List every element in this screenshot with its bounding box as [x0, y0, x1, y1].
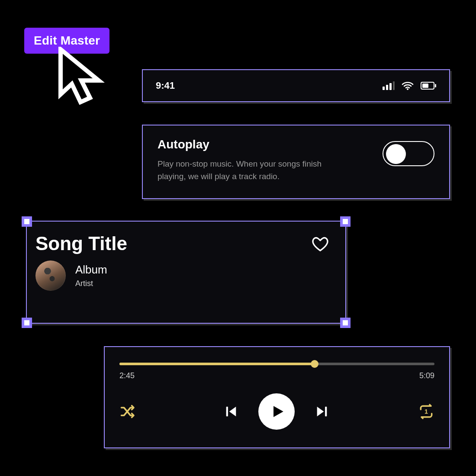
- progress-bar[interactable]: [119, 363, 434, 365]
- favorite-button[interactable]: [312, 235, 329, 253]
- song-card[interactable]: Song Title Album Artist: [26, 221, 346, 324]
- autoplay-setting-panel: Autoplay Play non-stop music. When your …: [142, 125, 450, 199]
- autoplay-title: Autoplay: [158, 138, 348, 151]
- player-panel: 2:45 5:09: [104, 346, 450, 448]
- shuffle-button[interactable]: [119, 404, 135, 419]
- repeat-one-icon: 1: [418, 403, 434, 420]
- shuffle-icon: [119, 404, 135, 419]
- selection-handle-tr[interactable]: [340, 216, 351, 227]
- heart-icon: [312, 235, 329, 253]
- album-name: Album: [75, 263, 107, 277]
- selection-handle-bl[interactable]: [22, 318, 32, 328]
- svg-marker-0: [61, 49, 99, 102]
- selection-handle-tl[interactable]: [22, 216, 32, 227]
- play-button[interactable]: [258, 393, 295, 430]
- battery-icon: [421, 82, 436, 90]
- edit-master-label: Edit Master: [34, 34, 100, 47]
- play-icon: [268, 403, 285, 420]
- autoplay-toggle[interactable]: [383, 141, 434, 166]
- skip-next-icon: [315, 404, 329, 419]
- svg-rect-1: [383, 87, 385, 90]
- progress-handle[interactable]: [311, 360, 318, 368]
- progress-fill: [119, 363, 315, 365]
- svg-rect-2: [386, 85, 388, 90]
- cellular-icon: [383, 81, 395, 90]
- svg-rect-8: [422, 84, 428, 88]
- svg-point-5: [407, 88, 408, 90]
- next-button[interactable]: [315, 404, 329, 419]
- selection-handle-br[interactable]: [340, 318, 351, 328]
- total-time: 5:09: [419, 371, 434, 380]
- status-time: 9:41: [156, 80, 175, 91]
- svg-text:1: 1: [425, 408, 428, 415]
- svg-rect-3: [389, 83, 392, 90]
- svg-rect-7: [435, 84, 436, 87]
- status-bar: 9:41: [142, 69, 450, 102]
- elapsed-time: 2:45: [119, 371, 135, 380]
- song-title: Song Title: [35, 233, 337, 254]
- artist-name: Artist: [75, 279, 107, 288]
- cursor-icon: [52, 47, 108, 112]
- avatar: [35, 261, 66, 291]
- svg-rect-10: [325, 407, 327, 417]
- svg-rect-9: [226, 407, 228, 417]
- toggle-knob: [386, 144, 406, 164]
- autoplay-description: Play non-stop music. When your songs fin…: [158, 158, 348, 183]
- svg-rect-4: [393, 81, 395, 90]
- previous-button[interactable]: [224, 404, 238, 419]
- skip-previous-icon: [224, 404, 238, 419]
- wifi-icon: [402, 81, 414, 90]
- repeat-button[interactable]: 1: [418, 403, 434, 420]
